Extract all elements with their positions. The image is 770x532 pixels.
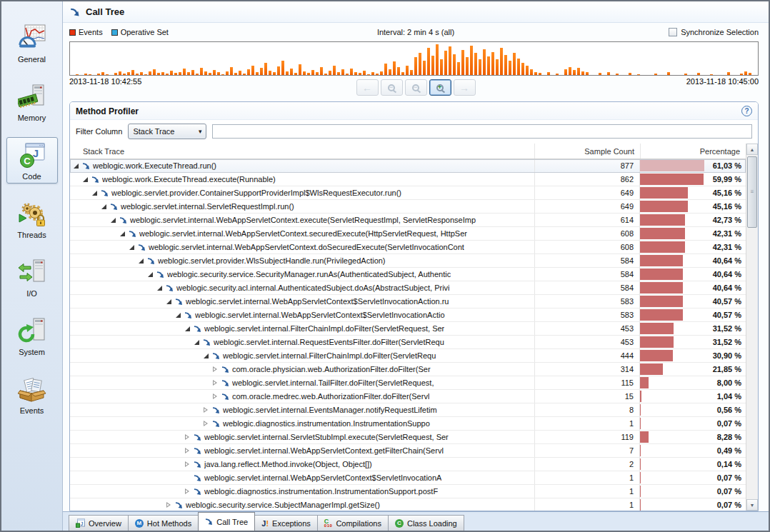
- tab-exceptions[interactable]: J!Exceptions: [254, 515, 318, 531]
- expanded-toggle-icon[interactable]: [119, 231, 126, 237]
- table-row[interactable]: com.oracle.medrec.web.AuthorizationFilte…: [70, 390, 746, 403]
- table-row[interactable]: weblogic.servlet.provider.ContainerSuppo…: [70, 186, 746, 200]
- table-row[interactable]: weblogic.security.acl.internal.Authentic…: [70, 281, 746, 295]
- table-row[interactable]: weblogic.servlet.internal.WebAppServletC…: [70, 444, 746, 458]
- table-row[interactable]: weblogic.servlet.internal.WebAppServletC…: [70, 214, 746, 227]
- sidebar-item-memory[interactable]: Memory: [6, 79, 58, 125]
- table-row[interactable]: weblogic.security.service.SubjectManager…: [70, 498, 746, 511]
- scrollbar-thumb[interactable]: ≡: [747, 156, 757, 228]
- column-header-stack-trace[interactable]: Stack Trace: [70, 147, 534, 156]
- expanded-toggle-icon[interactable]: [101, 204, 107, 210]
- zoom-in-button[interactable]: +: [429, 79, 451, 96]
- table-row[interactable]: weblogic.security.service.SecurityManage…: [70, 268, 746, 281]
- table-row[interactable]: weblogic.diagnostics.instrumentation.Ins…: [70, 417, 746, 431]
- table-row[interactable]: weblogic.servlet.internal.ServletStubImp…: [70, 431, 746, 444]
- percentage-cell: 42,73 %: [640, 214, 746, 226]
- expanded-toggle-icon[interactable]: [156, 285, 163, 291]
- system-icon: [18, 317, 46, 346]
- filter-text-input[interactable]: [212, 124, 752, 139]
- table-row[interactable]: weblogic.work.ExecuteThread.run()87761,0…: [70, 159, 746, 173]
- synchronize-selection-checkbox[interactable]: [669, 28, 677, 36]
- expanded-toggle-icon[interactable]: [166, 298, 172, 305]
- timeline-bar: [170, 71, 173, 75]
- collapsed-toggle-icon[interactable]: [212, 366, 219, 373]
- table-row[interactable]: weblogic.servlet.provider.WlsSubjectHand…: [70, 254, 746, 268]
- table-row[interactable]: weblogic.servlet.internal.ServletRequest…: [70, 200, 746, 214]
- help-icon[interactable]: [741, 106, 752, 116]
- scrollbar-down-button[interactable]: ▼: [746, 499, 758, 511]
- percentage-value: 30,90 %: [713, 349, 741, 362]
- column-header-percentage[interactable]: Percentage: [640, 144, 746, 159]
- expanded-toggle-icon[interactable]: [194, 339, 200, 346]
- expanded-toggle-icon[interactable]: [91, 190, 98, 196]
- table-row[interactable]: weblogic.diagnostics.instrumentation.Ins…: [70, 485, 746, 498]
- table-row[interactable]: weblogic.servlet.internal.TailFilter.doF…: [70, 376, 746, 390]
- timeline-bar: [449, 46, 451, 75]
- timeline-bar: [196, 74, 199, 75]
- tab-hot-methods[interactable]: MHot Methods: [128, 515, 199, 531]
- filter-column-dropdown[interactable]: Stack Trace: [128, 124, 206, 139]
- scrollbar-up-button[interactable]: ▲: [746, 144, 758, 155]
- expanded-toggle-icon[interactable]: [138, 258, 144, 264]
- expanded-toggle-icon[interactable]: [147, 271, 154, 278]
- zoom-out-button[interactable]: −: [381, 79, 403, 96]
- expanded-toggle-icon[interactable]: [110, 217, 116, 224]
- percentage-value: 8,00 %: [717, 376, 741, 389]
- table-row[interactable]: weblogic.servlet.internal.WebAppServletC…: [70, 471, 746, 485]
- table-row[interactable]: com.oracle.physician.web.AuthorizationFi…: [70, 363, 746, 376]
- column-header-sample-count[interactable]: Sample Count: [534, 144, 640, 159]
- method-icon: [194, 474, 201, 482]
- timeline-bar: [144, 74, 147, 75]
- collapsed-toggle-icon[interactable]: [184, 461, 191, 468]
- tab-compilations[interactable]: C010Compilations: [317, 515, 389, 531]
- sidebar-item-events[interactable]: Events: [6, 371, 58, 418]
- event-timeline-chart[interactable]: [69, 41, 759, 76]
- percentage-value: 0,07 %: [717, 485, 741, 498]
- table-row[interactable]: weblogic.servlet.internal.WebAppServletC…: [70, 241, 746, 254]
- table-row[interactable]: weblogic.servlet.internal.RequestEventsF…: [70, 336, 746, 349]
- collapsed-toggle-icon[interactable]: [212, 380, 219, 386]
- expanded-toggle-icon[interactable]: [203, 353, 209, 359]
- code-icon: JC: [18, 141, 46, 170]
- expanded-toggle-icon[interactable]: [73, 163, 79, 169]
- collapsed-toggle-icon[interactable]: [212, 393, 219, 400]
- sample-count-cell: 7: [534, 444, 640, 457]
- collapsed-toggle-icon[interactable]: [184, 434, 191, 441]
- tab-class-loading[interactable]: CClass Loading: [388, 515, 464, 531]
- expanded-toggle-icon[interactable]: [82, 176, 89, 183]
- call-tree-icon: [70, 7, 80, 17]
- tab-call-tree[interactable]: Call Tree: [198, 512, 255, 531]
- sidebar-item-code[interactable]: JCCode: [6, 137, 58, 184]
- expanded-toggle-icon[interactable]: [184, 326, 191, 332]
- zoom-range-button[interactable]: −: [405, 79, 427, 96]
- collapsed-toggle-icon[interactable]: [203, 407, 209, 413]
- back-button[interactable]: ←: [356, 79, 379, 96]
- collapsed-toggle-icon[interactable]: [166, 502, 172, 508]
- table-row[interactable]: weblogic.servlet.internal.WebAppServletC…: [70, 295, 746, 308]
- table-row[interactable]: weblogic.servlet.internal.FilterChainImp…: [70, 349, 746, 363]
- timeline-bar: [581, 71, 584, 75]
- table-row[interactable]: weblogic.work.ExecuteThread.execute(Runn…: [70, 173, 746, 186]
- timeline-bar: [311, 70, 314, 75]
- percentage-value: 40,64 %: [713, 281, 741, 294]
- collapsed-toggle-icon[interactable]: [184, 488, 191, 495]
- sidebar-item-threads[interactable]: Threads: [6, 196, 58, 242]
- tab-overview[interactable]: JOverview: [69, 515, 129, 531]
- sidebar-item-system[interactable]: System: [6, 313, 58, 359]
- expanded-toggle-icon[interactable]: [175, 312, 181, 318]
- table-row[interactable]: weblogic.servlet.internal.EventsManager.…: [70, 403, 746, 417]
- table-row[interactable]: java.lang.reflect.Method.invoke(Object, …: [70, 458, 746, 471]
- table-row[interactable]: weblogic.servlet.internal.WebAppServletC…: [70, 227, 746, 241]
- timeline-bar: [384, 64, 387, 75]
- vertical-scrollbar[interactable]: ▲ ≡ ▼: [746, 144, 758, 511]
- collapsed-toggle-icon[interactable]: [184, 448, 191, 454]
- forward-button[interactable]: →: [454, 79, 476, 96]
- expanded-toggle-icon[interactable]: [129, 244, 135, 251]
- timeline-bar: [569, 67, 571, 75]
- sidebar-item-i-o[interactable]: I/O: [6, 254, 58, 301]
- table-row[interactable]: weblogic.servlet.internal.FilterChainImp…: [70, 322, 746, 336]
- percentage-value: 0,14 %: [717, 458, 741, 471]
- collapsed-toggle-icon[interactable]: [203, 421, 209, 427]
- table-row[interactable]: weblogic.servlet.internal.WebAppServletC…: [70, 308, 746, 322]
- sidebar-item-general[interactable]: General: [6, 20, 58, 66]
